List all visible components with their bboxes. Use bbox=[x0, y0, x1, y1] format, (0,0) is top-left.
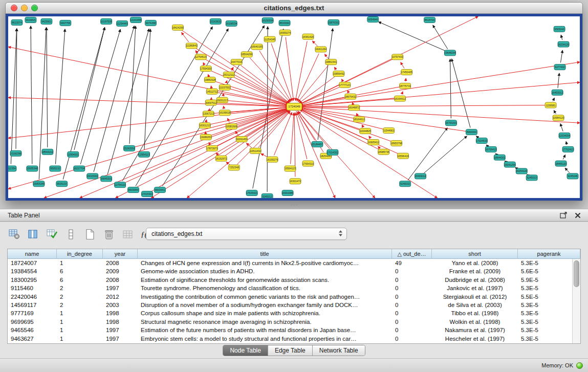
graph-node[interactable]: 18644301 bbox=[494, 155, 505, 160]
graph-node[interactable]: 15955348 bbox=[27, 166, 38, 171]
graph-node[interactable]: 15955349 bbox=[33, 181, 45, 187]
table-row[interactable]: 1830029562008Estimation of significance … bbox=[8, 276, 572, 284]
graph-node[interactable]: 10197538 bbox=[101, 18, 112, 24]
graph-node[interactable]: 9416815 bbox=[25, 17, 36, 23]
graph-node[interactable]: 9367755 bbox=[60, 20, 71, 26]
graph-node[interactable]: 16150394 bbox=[262, 17, 273, 23]
graph-node[interactable]: 16199018 bbox=[219, 110, 230, 116]
graph-node[interactable]: 17702413 bbox=[562, 146, 574, 152]
graph-node[interactable]: 16453012 bbox=[552, 90, 563, 95]
table-source-dropdown[interactable]: citations_edges.txt bbox=[146, 228, 347, 240]
table-row[interactable]: 946362711997Embryonic stem cells: a mode… bbox=[8, 335, 572, 343]
table-row[interactable]: 1872400712008Changes of HCN gene express… bbox=[8, 259, 572, 267]
graph-node[interactable]: 19881528 bbox=[204, 77, 215, 82]
graph-node[interactable]: 16640165 bbox=[251, 44, 263, 50]
graph-node[interactable]: 9245046 bbox=[567, 173, 578, 179]
graph-node[interactable]: 22037553 bbox=[219, 84, 230, 90]
graph-node[interactable]: 12954001 bbox=[68, 151, 79, 157]
graph-node[interactable]: 12754519 bbox=[195, 54, 206, 60]
graph-node[interactable]: 17014302 bbox=[327, 149, 338, 155]
graph-node[interactable]: 9412354 bbox=[8, 166, 16, 171]
graph-node[interactable]: 17873973 bbox=[206, 145, 217, 151]
graph-node[interactable]: 9245013 bbox=[526, 175, 537, 181]
graph-node[interactable]: 9565043 bbox=[554, 26, 565, 32]
apply-table-style-icon[interactable] bbox=[46, 228, 58, 240]
zoom-window-button[interactable] bbox=[31, 5, 38, 11]
graph-node[interactable]: 8903064 bbox=[128, 187, 139, 193]
graph-node[interactable]: 16164612 bbox=[395, 96, 406, 101]
graph-node[interactable]: 13067213 bbox=[203, 111, 214, 117]
graph-node[interactable]: 22044825 bbox=[360, 128, 371, 134]
graph-node[interactable]: 15184457 bbox=[312, 141, 323, 147]
graph-node[interactable]: 16793201 bbox=[445, 120, 456, 126]
graph-node[interactable]: 16192972 bbox=[215, 156, 227, 161]
graph-node[interactable]: 17554310 bbox=[302, 161, 314, 166]
graph-node[interactable]: 15876302 bbox=[328, 19, 339, 25]
graph-node[interactable]: 12754110 bbox=[115, 182, 126, 188]
minimize-window-button[interactable] bbox=[21, 5, 28, 11]
graph-node[interactable]: 9674358 bbox=[145, 20, 157, 26]
graph-node[interactable]: 10584120 bbox=[553, 115, 564, 121]
column-header-6[interactable]: pagerank bbox=[518, 249, 580, 259]
graph-node[interactable]: 12954113 bbox=[139, 151, 150, 157]
graph-node[interactable]: 8613074 bbox=[11, 19, 23, 25]
network-view[interactable]: 1724049861307494168159425901936775510197… bbox=[6, 14, 582, 201]
graph-node[interactable]: 16254120 bbox=[516, 168, 527, 174]
column-header-4[interactable]: △ out_de… bbox=[392, 249, 432, 259]
graph-node[interactable]: 10797433 bbox=[392, 54, 403, 60]
column-header-2[interactable]: year bbox=[103, 249, 138, 259]
graph-node[interactable]: 16845301 bbox=[101, 176, 112, 182]
graph-node[interactable]: 20160396 bbox=[10, 150, 21, 156]
panel-splitter[interactable] bbox=[287, 203, 301, 207]
graph-node[interactable]: 25312112 bbox=[223, 72, 234, 78]
network-svg[interactable]: 1724049861307494168159425901936775510197… bbox=[8, 16, 580, 198]
graph-hub-node[interactable]: 1724049 bbox=[287, 103, 302, 111]
graph-node[interactable]: 18164612 bbox=[354, 117, 365, 122]
scrollbar-thumb[interactable] bbox=[574, 260, 579, 287]
close-window-button[interactable] bbox=[11, 5, 17, 11]
table-row[interactable]: 977716911998Corpus callosum shape and si… bbox=[8, 309, 572, 317]
graph-node[interactable]: 12161656 bbox=[130, 17, 141, 23]
table-row[interactable]: 2242004622012Investigating the contribut… bbox=[8, 293, 572, 301]
graph-node[interactable]: 16905412 bbox=[368, 139, 379, 145]
graph-node[interactable]: 16198334 bbox=[226, 20, 237, 26]
graph-node[interactable]: 19648294 bbox=[444, 50, 455, 56]
table-row[interactable]: 911546021997Tourette syndrome. Phenomeno… bbox=[8, 284, 572, 292]
graph-node[interactable]: 18675432 bbox=[345, 94, 356, 99]
graph-node[interactable]: 16061264 bbox=[315, 47, 326, 52]
tab-edge-table[interactable]: Edge Table bbox=[268, 345, 313, 356]
graph-node[interactable]: 9245032 bbox=[400, 181, 411, 187]
table-row[interactable]: 969969511998Structural magnetic resonanc… bbox=[8, 318, 572, 326]
graph-node[interactable]: 25260550 bbox=[123, 145, 135, 151]
graph-node[interactable]: 17015301 bbox=[141, 191, 153, 197]
graph-node[interactable]: 8960064 bbox=[466, 129, 477, 135]
rows-icon[interactable] bbox=[65, 228, 77, 240]
graph-node[interactable]: 16961426 bbox=[302, 34, 314, 39]
graph-node[interactable]: 8618704 bbox=[424, 17, 435, 23]
graph-node[interactable]: 16959274 bbox=[279, 30, 291, 35]
graph-node[interactable]: 9505132 bbox=[50, 166, 61, 171]
graph-node[interactable]: 18955798 bbox=[391, 140, 402, 146]
graph-node[interactable]: 17554300 bbox=[200, 66, 211, 72]
graph-node[interactable]: 9277432 bbox=[554, 64, 565, 70]
float-panel-icon[interactable] bbox=[560, 212, 568, 218]
graph-node[interactable]: 19201217 bbox=[216, 97, 228, 103]
graph-node[interactable]: 18381906 bbox=[226, 124, 237, 129]
new-file-icon[interactable] bbox=[84, 228, 96, 240]
graph-node[interactable]: 18775731 bbox=[400, 83, 411, 89]
graph-node[interactable]: 14512712 bbox=[206, 89, 217, 94]
graph-node[interactable]: 16493012 bbox=[415, 173, 426, 179]
graph-node[interactable]: 18985736 bbox=[378, 149, 389, 155]
graph-node[interactable]: 22611432 bbox=[250, 148, 261, 154]
graph-node[interactable]: 1159581 bbox=[545, 102, 556, 108]
graph-node[interactable]: 15856492 bbox=[333, 71, 344, 77]
table-vertical-scrollbar[interactable] bbox=[572, 259, 580, 343]
graph-node[interactable]: 9425901 bbox=[41, 18, 52, 24]
import-table-icon[interactable] bbox=[122, 228, 134, 240]
graph-node[interactable]: 16234120 bbox=[558, 41, 569, 47]
graph-node[interactable]: 19564123 bbox=[285, 166, 296, 171]
graph-node[interactable]: 15163632 bbox=[210, 18, 221, 24]
graph-node[interactable]: 11254443 bbox=[117, 20, 128, 26]
graph-node[interactable]: 17635421 bbox=[246, 190, 257, 196]
graph-node[interactable]: 16217704 bbox=[74, 166, 85, 171]
